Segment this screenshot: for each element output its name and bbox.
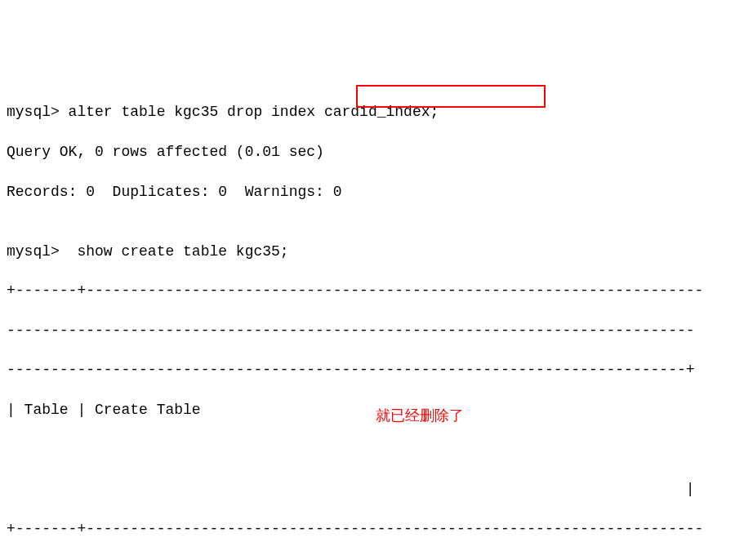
cmd-line-1: mysql> alter table kgc35 drop index card… [7,102,737,122]
cmd1-pre: alter table kgc35 drop index [60,104,324,120]
result-line: Records: 0 Duplicates: 0 Warnings: 0 [7,182,737,202]
terminal-output: mysql> alter table kgc35 drop index card… [7,82,737,560]
separator: ----------------------------------------… [7,321,737,340]
separator: +-------+-------------------------------… [7,281,737,300]
separator: ----------------------------------------… [7,360,737,380]
cmd2-text: show create table kgc35; [60,243,289,260]
header-pipe: | [7,479,737,499]
cmd-line-2: mysql> show create table kgc35; [7,242,737,261]
prompt: mysql> [7,243,60,260]
annotation-text: 就已经删除了 [376,406,464,425]
cmd1-highlight: cardid_index; [324,104,439,120]
table-header: | Table | Create Table [7,400,737,420]
separator: +-------+-------------------------------… [7,519,737,539]
result-line: Query OK, 0 rows affected (0.01 sec) [7,142,737,162]
prompt: mysql> [7,104,60,120]
